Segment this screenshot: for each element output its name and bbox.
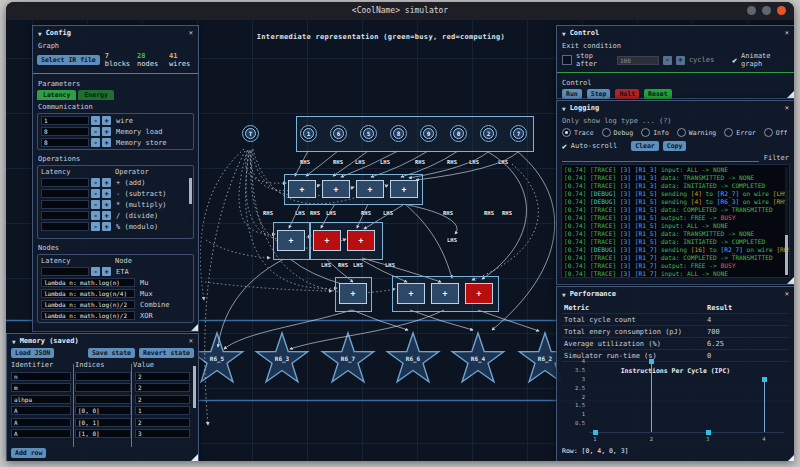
close-icon[interactable]: ✕ xyxy=(785,290,789,298)
close-icon[interactable]: ✕ xyxy=(785,29,789,37)
window-titlebar[interactable]: <CoolName> simulator xyxy=(6,2,794,20)
plus-button[interactable]: + xyxy=(102,211,111,220)
memory-value-cell[interactable] xyxy=(135,372,190,381)
step-button[interactable]: Step xyxy=(587,89,611,99)
memory-value-cell[interactable] xyxy=(135,406,190,415)
collapse-icon[interactable]: ▼ xyxy=(562,105,566,112)
plus-button[interactable]: + xyxy=(102,178,111,187)
log-type-radio-error[interactable]: Error xyxy=(724,128,756,137)
minus-button[interactable]: - xyxy=(91,178,100,187)
performance-panel-header[interactable]: ▼ Performance ✕ xyxy=(557,287,794,300)
memory-identifier-cell[interactable] xyxy=(11,418,71,427)
node-latency-input[interactable] xyxy=(41,278,135,287)
close-button[interactable] xyxy=(777,6,786,15)
communication-latency-input[interactable] xyxy=(41,116,89,125)
radio-icon[interactable] xyxy=(764,128,773,137)
node-latency-input[interactable] xyxy=(41,300,135,309)
node-latency-input[interactable] xyxy=(41,267,89,276)
halt-button[interactable]: Halt xyxy=(615,89,639,99)
add-row-button[interactable]: Add row xyxy=(11,448,46,458)
communication-latency-input[interactable] xyxy=(41,138,89,147)
cycles-plus-button[interactable]: + xyxy=(676,56,685,65)
select-ir-file-button[interactable]: Select IR file xyxy=(37,55,100,65)
log-type-radio-debug[interactable]: Debug xyxy=(602,128,634,137)
operation-latency-input[interactable] xyxy=(41,222,89,231)
scrollbar-thumb[interactable] xyxy=(785,235,788,275)
reset-button[interactable]: Reset xyxy=(644,89,672,99)
minus-button[interactable]: - xyxy=(91,138,100,147)
resize-handle[interactable] xyxy=(787,455,794,461)
autoscroll-checkbox[interactable]: ✔ xyxy=(562,142,567,151)
operation-latency-input[interactable] xyxy=(41,178,89,187)
stop-after-checkbox[interactable] xyxy=(562,55,572,65)
revert-state-button[interactable]: Revert state xyxy=(139,348,194,358)
resize-handle[interactable] xyxy=(191,454,198,461)
tab-energy[interactable]: Energy xyxy=(78,90,113,100)
log-scrollbar[interactable] xyxy=(785,167,788,275)
minus-button[interactable]: - xyxy=(91,211,100,220)
node-latency-input[interactable] xyxy=(41,311,135,320)
minus-button[interactable]: - xyxy=(91,116,100,125)
minimize-button[interactable] xyxy=(747,6,756,15)
scrollbar-thumb[interactable] xyxy=(193,366,196,408)
memory-identifier-cell[interactable] xyxy=(11,429,71,438)
filter-input[interactable] xyxy=(562,153,759,162)
memory-identifier-cell[interactable] xyxy=(11,406,71,415)
operation-latency-input[interactable] xyxy=(41,189,89,198)
memory-indices-cell[interactable] xyxy=(75,418,131,427)
collapse-icon[interactable]: ▼ xyxy=(562,30,566,37)
memory-panel-header[interactable]: ▼ Memory (saved) ✕ xyxy=(7,334,198,347)
memory-value-cell[interactable] xyxy=(135,383,190,392)
radio-icon[interactable] xyxy=(724,128,733,137)
plus-button[interactable]: + xyxy=(102,267,111,276)
radio-icon[interactable] xyxy=(562,128,571,137)
logging-panel-header[interactable]: ▼ Logging ✕ xyxy=(557,101,794,114)
control-panel-header[interactable]: ▼ Control ✕ xyxy=(557,26,794,39)
operation-latency-input[interactable] xyxy=(41,211,89,220)
radio-icon[interactable] xyxy=(602,128,611,137)
maximize-button[interactable] xyxy=(762,6,771,15)
memory-scrollbar[interactable] xyxy=(193,366,196,447)
save-state-button[interactable]: Save state xyxy=(88,348,135,358)
memory-value-cell[interactable] xyxy=(135,395,190,404)
animate-graph-checkbox[interactable]: ✔ xyxy=(732,56,737,65)
memory-value-cell[interactable] xyxy=(135,429,190,438)
memory-identifier-cell[interactable] xyxy=(11,383,71,392)
log-type-radio-trace[interactable]: Trace xyxy=(562,128,594,137)
resize-handle[interactable] xyxy=(191,324,198,331)
collapse-icon[interactable]: ▼ xyxy=(38,30,42,37)
minus-button[interactable]: - xyxy=(91,222,100,231)
plus-button[interactable]: + xyxy=(102,127,111,136)
load-json-button[interactable]: Load JSON xyxy=(11,348,54,358)
minus-button[interactable]: - xyxy=(91,267,100,276)
memory-indices-cell[interactable] xyxy=(75,383,131,392)
minus-button[interactable]: - xyxy=(91,189,100,198)
communication-latency-input[interactable] xyxy=(41,127,89,136)
log-type-radio-info[interactable]: Info xyxy=(641,128,669,137)
memory-indices-cell[interactable] xyxy=(75,395,131,404)
memory-indices-cell[interactable] xyxy=(75,372,131,381)
config-panel-header[interactable]: ▼ Config ✕ xyxy=(33,26,198,39)
operations-scrollbar[interactable] xyxy=(189,178,192,236)
tab-latency[interactable]: Latency xyxy=(37,90,76,100)
close-icon[interactable]: ✕ xyxy=(189,29,193,37)
cycles-minus-button[interactable]: - xyxy=(663,56,672,65)
plus-button[interactable]: + xyxy=(102,200,111,209)
collapse-icon[interactable]: ▼ xyxy=(562,291,566,298)
node-latency-input[interactable] xyxy=(41,289,135,298)
resize-handle[interactable] xyxy=(787,277,794,284)
cycles-input[interactable] xyxy=(617,56,659,65)
log-type-radio-off[interactable]: Off xyxy=(764,128,788,137)
plus-button[interactable]: + xyxy=(102,138,111,147)
run-button[interactable]: Run xyxy=(562,89,582,99)
close-icon[interactable]: ✕ xyxy=(785,104,789,112)
plus-button[interactable]: + xyxy=(102,116,111,125)
plus-button[interactable]: + xyxy=(102,189,111,198)
memory-indices-cell[interactable] xyxy=(75,406,131,415)
memory-identifier-cell[interactable] xyxy=(11,372,71,381)
close-icon[interactable]: ✕ xyxy=(189,337,193,345)
minus-button[interactable]: - xyxy=(91,200,100,209)
plus-button[interactable]: + xyxy=(102,222,111,231)
memory-value-cell[interactable] xyxy=(135,418,190,427)
copy-button[interactable]: Copy xyxy=(663,141,687,151)
